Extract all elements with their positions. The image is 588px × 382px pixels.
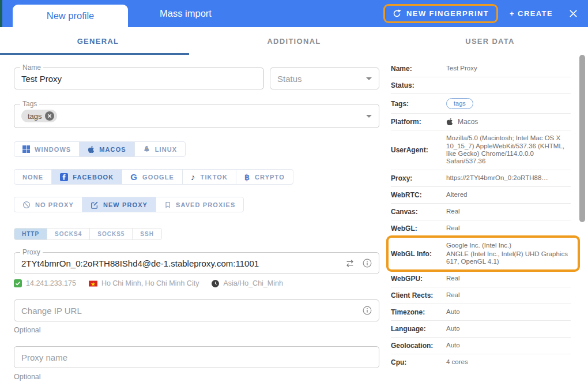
vietnam-flag-icon [89, 280, 97, 287]
summary-value: https://2TYt4bmrOn_0:2oRTH88… [446, 174, 548, 182]
tab-additional[interactable]: ADDITIONAL [196, 27, 392, 55]
summary-label: Timezone: [391, 308, 446, 316]
proxy-check-line: 14.241.233.175 Ho Chi Minh, Ho Chi Minh … [14, 279, 379, 287]
protocol-button-label: HTTP [22, 231, 39, 237]
summary-value: Google Inc. (Intel Inc.)ANGLE (Intel Inc… [446, 241, 571, 267]
proxy-name-input[interactable] [21, 353, 372, 362]
summary-label: WebGL: [391, 224, 446, 233]
site-button-crypto[interactable]: ฿CRYPTO [236, 169, 293, 185]
summary-label: Language: [391, 325, 446, 333]
status-placeholder: Status [277, 74, 302, 84]
summary-label: Tags: [391, 100, 446, 108]
protocol-button-label: SOCKS4 [55, 231, 82, 237]
info-icon[interactable] [363, 306, 372, 315]
summary-row-client-rects: Client Rects:Real [391, 287, 571, 304]
window-tab-new-profile[interactable]: New profile [13, 5, 128, 27]
proxy-location: Ho Chi Minh, Ho Chi Minh City [101, 279, 199, 287]
proxy-mode-button-new-proxy[interactable]: NEW PROXY [82, 197, 156, 212]
platform-name: Macos [458, 118, 478, 126]
header-actions: NEW FINGERPRINT + CREATE [383, 0, 580, 27]
os-button-linux[interactable]: LINUX [134, 141, 186, 157]
site-button-label: GOOGLE [142, 174, 174, 181]
change-ip-helper: Optional [14, 326, 379, 334]
summary-value: Mozilla/5.0 (Macintosh; Intel Mac OS X 1… [446, 134, 571, 165]
protocol-button-ssh[interactable]: SSH [132, 228, 162, 240]
tab-general[interactable]: GENERAL [0, 27, 196, 55]
proxy-field[interactable]: Proxy [14, 252, 379, 274]
summary-label: Geolocation: [391, 342, 446, 350]
protocol-button-group: HTTPSOCKS4SOCKS5SSH [14, 228, 379, 240]
summary-row-geolocation: Geolocation:Auto [391, 338, 571, 354]
summary-value: Test Proxy [446, 65, 477, 72]
name-field[interactable]: Name [14, 68, 264, 89]
proxy-mode-button-label: NEW PROXY [103, 201, 148, 208]
chevron-down-icon [366, 77, 372, 80]
site-button-google[interactable]: GGOOGLE [122, 169, 183, 185]
protocol-button-socks5[interactable]: SOCKS5 [89, 228, 133, 240]
name-input[interactable] [21, 74, 257, 84]
summary-label: Name: [391, 65, 446, 73]
info-icon[interactable] [363, 259, 372, 268]
summary-value-line: Google Inc. (Intel Inc.) [446, 242, 571, 249]
proxy-field-label: Proxy [20, 248, 43, 256]
site-button-facebook[interactable]: FACEBOOK [51, 169, 122, 185]
summary-row-timezone: Timezone:Auto [391, 304, 571, 321]
summary-value: Real [446, 291, 460, 299]
status-select[interactable]: Status [270, 68, 379, 89]
site-button-group: NONEFACEBOOKGGOOGLE♪TIKTOK฿CRYPTO [14, 169, 379, 185]
section-tabbar: GENERALADDITIONALUSER DATA [0, 27, 588, 55]
proxy-mode-button-no-proxy[interactable]: NO PROXY [14, 197, 82, 212]
change-ip-url-input[interactable] [21, 306, 363, 316]
google-icon: G [130, 173, 138, 181]
os-button-group: WINDOWSMACOSLINUX [14, 141, 379, 157]
os-button-macos[interactable]: MACOS [79, 141, 134, 157]
change-ip-url-field[interactable] [14, 299, 379, 321]
new-fingerprint-button[interactable]: NEW FINGERPRINT [383, 4, 498, 23]
windows-icon [22, 145, 30, 153]
summary-row-useragent: UserAgent:Mozilla/5.0 (Macintosh; Intel … [391, 130, 571, 170]
summary-row-status: Status: [391, 77, 571, 94]
summary-row-webgl: WebGL:Real [391, 220, 571, 237]
proxy-name-helper: Optional [14, 373, 379, 381]
window-tab-mass-import[interactable]: Mass import [128, 0, 243, 27]
dialog-header: New profileMass import NEW FINGERPRINT +… [0, 0, 588, 27]
summary-row-webgl-info: WebGL Info:Google Inc. (Intel Inc.)ANGLE… [391, 237, 571, 271]
new-profile-dialog: New profileMass import NEW FINGERPRINT +… [0, 0, 588, 382]
proxy-ip: 14.241.233.175 [26, 279, 76, 287]
apple-icon [88, 145, 95, 153]
summary-value: Auto [446, 342, 460, 349]
summary-label: Canvas: [391, 208, 446, 216]
tag-chip[interactable]: tags [21, 110, 57, 122]
crypto-icon: ฿ [244, 173, 250, 181]
protocol-button-http[interactable]: HTTP [14, 228, 47, 240]
proxy-input[interactable] [21, 259, 345, 268]
site-button-tiktok[interactable]: ♪TIKTOK [182, 169, 236, 185]
tags-field-label: Tags [20, 100, 39, 108]
summary-row-platform: Platform:Macos [391, 114, 571, 130]
clock-icon [212, 280, 219, 287]
new-fingerprint-label: NEW FINGERPRINT [406, 9, 489, 18]
protocol-button-socks4[interactable]: SOCKS4 [47, 228, 90, 240]
active-tab-indicator [0, 53, 189, 55]
tab-user-data[interactable]: USER DATA [392, 27, 588, 55]
proxy-mode-button-saved-proxies[interactable]: SAVED PROXIES [156, 197, 244, 212]
chip-close-icon[interactable] [45, 111, 54, 121]
scrollbar-thumb[interactable] [579, 55, 585, 222]
facebook-icon [60, 173, 68, 181]
summary-label: WebGPU: [391, 275, 446, 283]
swap-icon[interactable] [345, 260, 355, 267]
close-button[interactable] [567, 7, 580, 20]
general-form: Name Status Tags tags WINDOWSMACOSLINUX … [0, 55, 379, 382]
proxy-timezone: Asia/Ho_Chi_Minh [223, 279, 283, 287]
summary-label: Proxy: [391, 174, 446, 182]
create-label: + CREATE [510, 9, 553, 18]
os-button-windows[interactable]: WINDOWS [14, 141, 80, 157]
tags-field[interactable]: Tags tags [14, 104, 379, 128]
os-button-label: WINDOWS [35, 146, 71, 153]
bookmark-icon [164, 201, 171, 209]
proxy-name-field[interactable] [14, 346, 379, 368]
site-button-none[interactable]: NONE [14, 169, 52, 185]
summary-label: WebRTC: [391, 191, 446, 199]
create-button[interactable]: + CREATE [507, 6, 555, 21]
name-field-label: Name [20, 63, 43, 72]
